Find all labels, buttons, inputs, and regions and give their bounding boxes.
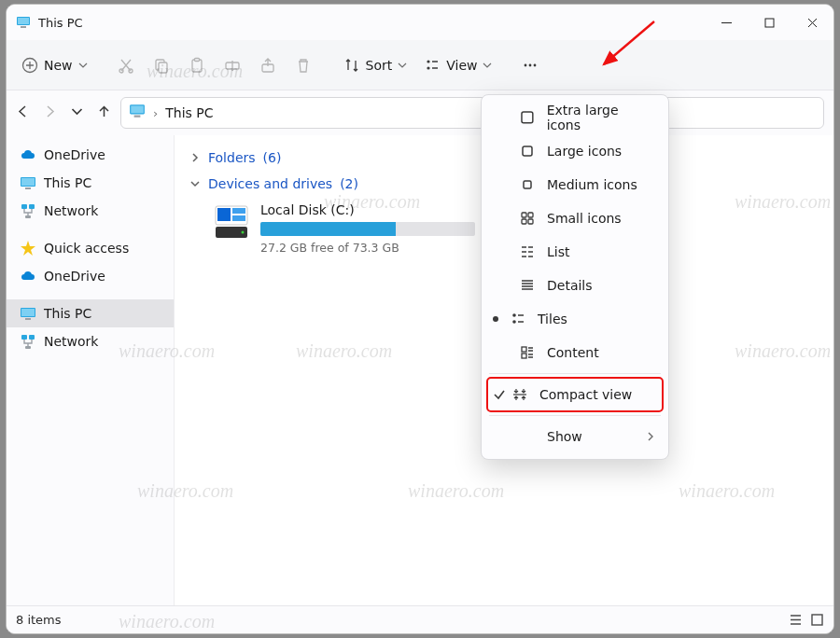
menu-item-label: Tiles [538,312,567,326]
paste-button[interactable] [181,49,215,82]
maximize-button[interactable] [748,5,791,40]
svg-rect-41 [522,112,533,123]
recent-locations-button[interactable] [70,104,84,122]
this-pc-icon [16,15,31,30]
menu-item-large-icons[interactable]: Large icons [487,134,663,168]
svg-point-17 [529,63,532,66]
up-button[interactable] [97,104,111,122]
forward-button[interactable] [43,104,57,122]
sort-button-label: Sort [366,58,393,73]
sidebar-item-network[interactable]: Network [7,197,174,225]
capacity-bar [260,222,475,236]
chevron-down-icon [189,178,201,189]
svg-rect-24 [25,187,31,189]
svg-rect-21 [134,116,141,118]
sidebar-item-label: This PC [44,306,91,321]
svg-rect-51 [522,354,526,358]
menu-item-content[interactable]: Content [487,336,663,369]
menu-item-label: Compact view [539,387,632,402]
sort-button[interactable]: Sort [336,49,415,82]
menu-item-label: Small icons [547,211,622,226]
list-lines-icon [519,243,536,260]
menu-item-extra-large-icons[interactable]: Extra large icons [487,101,663,134]
sidebar-item-this-pc-selected[interactable]: This PC [7,299,174,327]
new-button[interactable]: New [14,49,95,82]
svg-rect-20 [131,105,144,113]
content-icon [519,344,536,361]
menu-separator [489,415,661,416]
sidebar-item-this-pc[interactable]: This PC [7,169,174,197]
svg-rect-30 [25,318,31,320]
svg-point-48 [512,313,516,317]
sidebar-item-label: OneDrive [44,147,105,162]
svg-rect-27 [25,215,31,218]
large-layout-button[interactable] [810,613,824,627]
menu-separator [489,373,661,374]
sidebar-item-onedrive-2[interactable]: OneDrive [7,262,174,290]
menu-item-small-icons[interactable]: Small icons [487,201,663,235]
cloud-icon [20,268,36,284]
svg-rect-3 [765,19,774,27]
compact-view-icon [511,386,528,403]
menu-item-label: Content [547,345,599,360]
svg-rect-32 [29,335,35,340]
delete-button[interactable] [287,49,321,82]
view-menu: Extra large icons Large icons Medium ico… [481,94,669,460]
view-button-label: View [446,58,477,73]
star-icon [20,240,36,257]
more-button[interactable] [514,49,548,82]
minimize-button[interactable] [705,5,748,40]
view-button[interactable]: View [416,49,499,82]
explorer-window: This PC New Sort View [6,4,834,634]
breadcrumb-separator-icon: › [153,106,158,120]
nav-arrows [16,104,111,122]
sidebar-item-label: This PC [44,175,91,190]
menu-item-label: Show [547,429,582,444]
details-layout-button[interactable] [789,613,803,627]
menu-item-show[interactable]: Show [487,420,663,453]
sidebar-item-label: Quick access [44,241,129,256]
share-button[interactable] [252,49,286,82]
copy-button[interactable] [146,49,179,82]
svg-rect-11 [194,58,199,61]
check-icon [493,388,506,401]
svg-rect-50 [522,347,526,352]
sidebar-item-label: OneDrive [44,269,105,284]
menu-item-compact-view[interactable]: Compact view [487,378,663,411]
menu-item-label: List [547,244,569,259]
sidebar-item-onedrive[interactable]: OneDrive [7,141,174,169]
breadcrumb[interactable]: This PC [165,105,213,120]
svg-rect-40 [812,615,822,625]
svg-rect-25 [21,204,27,209]
menu-item-list[interactable]: List [487,235,663,269]
svg-rect-31 [21,335,27,340]
svg-rect-43 [524,181,531,188]
new-button-label: New [44,58,73,73]
back-button[interactable] [16,104,30,122]
rename-button[interactable] [217,49,250,82]
drive-icon [212,202,251,242]
close-button[interactable] [791,5,833,40]
group-count: (2) [340,176,358,191]
titlebar: This PC [7,5,833,40]
sidebar-item-label: Network [44,203,98,218]
network-icon [20,202,36,219]
sidebar-item-network-2[interactable]: Network [7,327,174,355]
group-count: (6) [263,150,282,165]
address-this-pc-icon [129,103,146,123]
menu-item-medium-icons[interactable]: Medium icons [487,168,663,201]
status-text: 8 items [16,613,62,627]
menu-item-details[interactable]: Details [487,269,663,302]
svg-rect-2 [21,26,26,28]
lg-icons-icon [519,143,536,160]
svg-rect-35 [217,208,231,221]
sidebar-item-quick-access[interactable]: Quick access [7,234,174,262]
svg-point-16 [525,63,527,66]
menu-item-tiles[interactable]: Tiles [487,302,663,336]
svg-rect-45 [528,213,533,217]
svg-rect-23 [21,178,35,186]
svg-point-14 [427,60,430,62]
search-input[interactable] [647,97,824,129]
cut-button[interactable] [110,49,144,82]
svg-rect-47 [528,219,533,224]
